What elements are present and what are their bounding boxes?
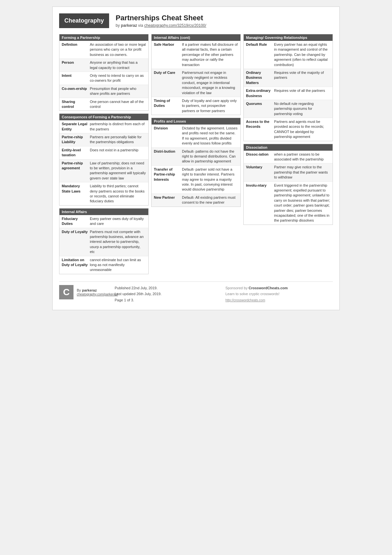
- term: Partne-rship Liability: [62, 135, 88, 145]
- term: Separate Legal Entity: [62, 122, 88, 132]
- def: Duty of loyalty and care apply only to p…: [182, 98, 238, 113]
- def: Partner may give notice to the partnersh…: [274, 165, 330, 180]
- def: Law of partnership; does not need to be …: [90, 161, 146, 181]
- footer-author-url[interactable]: cheatography.com/parkeraz/: [77, 293, 118, 296]
- table-row: Entity-level taxation Does not exist in …: [59, 146, 148, 160]
- table-row: Duty of Loyalty Partners must not compet…: [59, 228, 148, 256]
- section-consequences-header: Consequences of Forming a Partnership: [59, 114, 148, 120]
- footer-sponsor-url[interactable]: http://crosswordcheats.com: [225, 298, 265, 302]
- def: Default- patterns do not have the right …: [182, 149, 238, 164]
- def: Liability to third parties; cannot deny …: [90, 184, 146, 204]
- table-row: Transfer of Partne-rship Interests Defau…: [152, 166, 240, 194]
- section-internal-body: Fiduciary Duties Every partner owes duty…: [59, 215, 148, 274]
- term: Duty of Care: [154, 70, 180, 95]
- def: If a partner makes full disclosure of al…: [182, 42, 238, 67]
- table-row: Defintion An association of two or more …: [59, 41, 148, 59]
- section-forming-body: Defintion An association of two or more …: [59, 41, 148, 110]
- footer-sponsor-name: CrosswordCheats.com: [249, 286, 288, 290]
- via-label: via: [138, 23, 143, 28]
- def: No default rule regarding parternship qu…: [274, 101, 330, 116]
- term: Defintion: [62, 42, 88, 57]
- author-line: by parkeraz via cheatography.com/32519/c…: [116, 23, 206, 28]
- term: Fiduciary Duties: [62, 216, 88, 227]
- table-row: Involu-ntary Event triggered in the part…: [244, 182, 333, 225]
- cheatography-url[interactable]: cheatography.com/32519/cs/20100/: [144, 23, 206, 28]
- footer-author-name: parkeraz: [82, 288, 97, 292]
- def: partnership is distinct from each of the…: [90, 122, 146, 132]
- footer-sponsor-desc: Learn to solve cryptic crosswords!: [225, 292, 280, 296]
- page-title: Partnerships Cheat Sheet: [116, 14, 206, 22]
- table-row: Safe Harbor If a partner makes full disc…: [152, 41, 240, 69]
- term: Safe Harbor: [154, 42, 180, 67]
- table-row: Partne-rship agreement Law of partnershi…: [59, 160, 148, 183]
- footer-updated: Last updated 26th July, 2019.: [115, 291, 222, 297]
- col2: Internal Affairs (cont) Safe Harbor If a…: [151, 34, 241, 210]
- col1: Forming a Partnership Defintion An assoc…: [59, 34, 149, 277]
- section-profits: Profits and Losses Division Dictated by …: [151, 118, 241, 207]
- section-forming-header: Forming a Partnership: [59, 34, 148, 41]
- term: Distri-bution: [154, 149, 180, 164]
- section-dissociation: Dissociation Dissoc-iation when a partne…: [243, 144, 333, 225]
- table-row: Limitation on Duty of Loyalty cannot eli…: [59, 256, 148, 274]
- footer: C By parkeraz cheatography.com/parkeraz/…: [59, 281, 333, 303]
- term: Default Rule: [246, 42, 272, 67]
- term: New Partner: [154, 195, 180, 205]
- footer-author-info: By parkeraz cheatography.com/parkeraz/: [77, 288, 118, 296]
- table-row: Separate Legal Entity partnership is dis…: [59, 120, 148, 133]
- footer-publication: Published 22nd July, 2019. Last updated …: [115, 285, 222, 303]
- table-row: Duty of Care Partnersmust not engage in …: [152, 69, 240, 97]
- logo: Cheatography: [59, 13, 109, 28]
- table-row: Default Rule Every partner has an equal …: [244, 41, 333, 69]
- header: Cheatography Partnerships Cheat Sheet by…: [59, 13, 333, 28]
- footer-by-line: By parkeraz: [77, 288, 118, 292]
- section-internal-cont: Internal Affairs (cont) Safe Harbor If a…: [151, 34, 241, 115]
- table-row: New Partner Default- All existing partne…: [152, 194, 240, 207]
- def: Every partner owes duty of loyalty and c…: [90, 216, 146, 227]
- def: Default- partner sold not have a right t…: [182, 167, 238, 192]
- table-row: Division Dictated by the agreement. Loss…: [152, 125, 240, 148]
- footer-logo: C By parkeraz cheatography.com/parkeraz/: [59, 285, 111, 299]
- section-internal-header: Internal Affairs: [59, 209, 148, 215]
- term: Access to the Records: [246, 119, 272, 140]
- table-row: Ordinary Business Matters Requires vote …: [244, 69, 333, 87]
- section-managing-header: Managing/ Governing Relationships: [244, 34, 333, 41]
- footer-by-label: By: [77, 288, 81, 292]
- def: Only need to intend to carry on as co-ow…: [90, 73, 146, 83]
- def: Presumption that people who share profit…: [90, 86, 146, 96]
- def: Partners must not compete with partnersh…: [90, 229, 146, 255]
- section-profits-body: Division Dictated by the agreement. Loss…: [152, 125, 240, 206]
- term: Division: [154, 126, 180, 146]
- def: Requires vote of all the partners: [274, 88, 330, 98]
- def: Event triggered in the partnership agree…: [274, 183, 330, 223]
- table-row: Partne-rship Liability Partners are pers…: [59, 133, 148, 146]
- logo-text: Cheatography: [64, 17, 104, 24]
- def: Does not exist in a partnership: [90, 148, 146, 158]
- table-row: Co-own-ership Presumption that people wh…: [59, 85, 148, 98]
- term: Intent: [62, 73, 88, 83]
- term: Quorums: [246, 101, 272, 116]
- author-name: parkeraz: [121, 23, 137, 28]
- footer-c-letter: C: [59, 285, 74, 299]
- term: Ordinary Business Matters: [246, 70, 272, 85]
- table-row: Access to the Records Partners and agent…: [244, 118, 333, 141]
- def: Partnersmust not engage in grossly negli…: [182, 70, 238, 95]
- term: Limitation on Duty of Loyalty: [62, 258, 88, 273]
- term: Timing of Duties: [154, 98, 180, 113]
- term: Voluntary: [246, 165, 272, 180]
- term: Involu-ntary: [246, 183, 272, 223]
- footer-published: Published 22nd July, 2019.: [115, 285, 222, 291]
- table-row: Voluntary Partner may give notice to the…: [244, 163, 333, 181]
- def: An association of two or more legal pers…: [90, 42, 146, 57]
- table-row: Sharing control One person cannot have a…: [59, 98, 148, 111]
- term: Extra-ordinary Business: [246, 88, 272, 98]
- term: Person: [62, 60, 88, 70]
- table-row: Timing of Duties Duty of loyalty and car…: [152, 97, 240, 115]
- term: Sharing control: [62, 99, 88, 109]
- section-internal: Internal Affairs Fiduciary Duties Every …: [59, 208, 149, 274]
- table-row: Mandatory State Laws Liability to third …: [59, 182, 148, 205]
- section-consequences: Consequences of Forming a Partnership Se…: [59, 113, 149, 205]
- def: Every partner has an equal rights in man…: [274, 42, 330, 67]
- term: Co-own-ership: [62, 86, 88, 96]
- def: Requires vote of the majority of partner…: [274, 70, 330, 85]
- table-row: Intent Only need to intend to carry on a…: [59, 72, 148, 85]
